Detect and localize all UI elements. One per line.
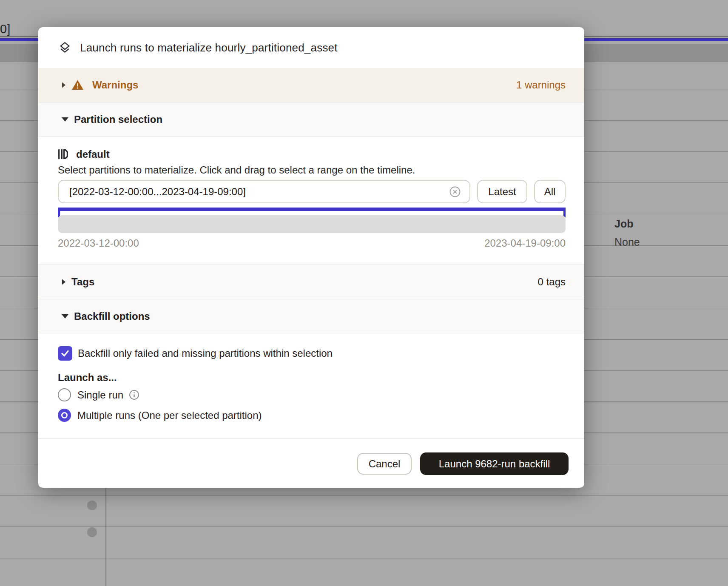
failed-missing-checkbox-label: Backfill only failed and missing partiti… [78, 347, 333, 359]
background-clipped-text: 0] [0, 22, 10, 36]
partition-range-input[interactable] [58, 180, 470, 203]
warning-triangle-icon [71, 80, 84, 91]
radio-unselected-icon[interactable] [58, 388, 71, 401]
failed-missing-checkbox-row[interactable]: Backfill only failed and missing partiti… [58, 346, 333, 361]
warnings-count-badge: 1 warnings [516, 79, 566, 91]
dimension-name: default [76, 148, 110, 160]
dialog-title: Launch runs to materialize hourly_partit… [80, 41, 338, 54]
checkbox-checked-icon[interactable] [58, 346, 72, 361]
partition-selection-title: Partition selection [74, 114, 162, 125]
screen: 0] Job None Launch runs to materialize h… [0, 0, 728, 586]
warnings-label: Warnings [92, 79, 138, 91]
tags-section-header[interactable]: Tags 0 tags [38, 265, 584, 299]
chevron-right-icon [62, 82, 65, 88]
background-status-dot [87, 527, 97, 537]
cancel-button[interactable]: Cancel [357, 453, 412, 475]
backfill-options-section-header[interactable]: Backfill options [38, 299, 584, 333]
clear-circle-x-icon[interactable] [449, 186, 461, 198]
tags-count-badge: 0 tags [538, 276, 566, 288]
asset-layers-icon [58, 41, 71, 54]
dimension-row: default [58, 148, 110, 160]
job-column-header: Job [614, 218, 640, 230]
latest-button[interactable]: Latest [477, 180, 527, 203]
timeline-start-label: 2022-03-12-00:00 [58, 237, 139, 249]
job-column-value: None [614, 236, 640, 248]
timeline-end-label: 2023-04-19-09:00 [484, 237, 566, 249]
launch-backfill-dialog: Launch runs to materialize hourly_partit… [38, 27, 584, 488]
launch-as-label: Launch as... [58, 372, 117, 384]
chevron-down-icon [62, 117, 68, 122]
launch-backfill-button[interactable]: Launch 9682-run backfill [420, 452, 569, 475]
background-job-column: Job None [614, 218, 640, 248]
multiple-runs-radio-row[interactable]: Multiple runs (One per selected partitio… [58, 409, 262, 422]
single-run-radio-row[interactable]: Single run [58, 388, 139, 401]
tags-title: Tags [71, 276, 94, 288]
info-circle-icon[interactable] [129, 390, 139, 400]
multiple-runs-label: Multiple runs (One per selected partitio… [77, 410, 262, 421]
background-status-dot [87, 501, 97, 510]
partition-timeline[interactable] [58, 215, 566, 233]
footer-divider [38, 438, 584, 439]
warnings-section-header[interactable]: Warnings 1 warnings [38, 68, 584, 102]
all-button[interactable]: All [534, 180, 566, 203]
dialog-header: Launch runs to materialize hourly_partit… [38, 27, 584, 68]
partition-selection-section-header[interactable]: Partition selection [38, 102, 584, 137]
backfill-options-title: Backfill options [74, 310, 150, 322]
selection-range-bar[interactable] [58, 208, 566, 211]
background-column-divider [105, 488, 106, 586]
single-run-label: Single run [77, 389, 123, 401]
partition-instructions: Select partitions to materialize. Click … [58, 164, 415, 176]
partition-set-icon [58, 148, 68, 160]
timeline-labels: 2022-03-12-00:00 2023-04-19-09:00 [58, 237, 566, 249]
radio-selected-icon[interactable] [58, 409, 71, 422]
chevron-right-icon [62, 279, 65, 285]
chevron-down-icon [62, 314, 68, 319]
